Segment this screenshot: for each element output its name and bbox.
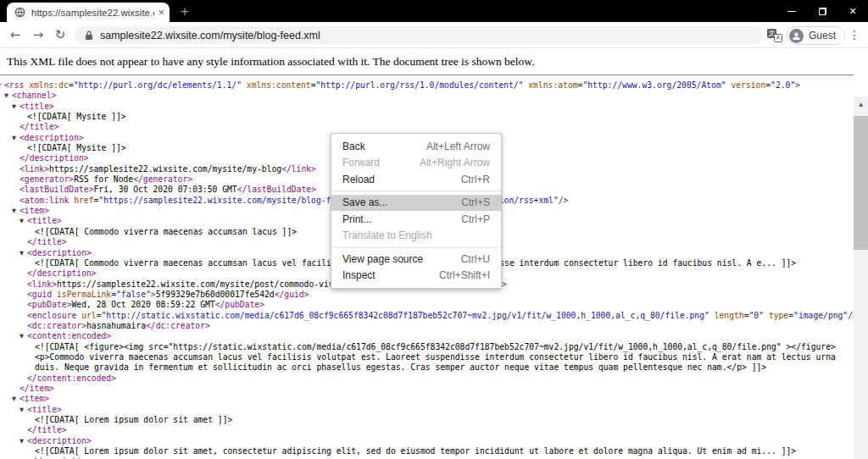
tab-close-icon[interactable]: ×: [158, 7, 164, 18]
back-button[interactable]: ←: [6, 27, 25, 44]
scroll-up-button[interactable]: ▲: [854, 97, 868, 111]
titlebar: https://samplesite22.wixsite.com/ × + ×: [0, 0, 868, 22]
context-menu-item-inspect[interactable]: InspectCtrl+Shift+I: [331, 268, 501, 285]
menu-item-label: Save as...: [342, 196, 461, 208]
address-bar[interactable]: samplesite22.wixsite.com/mysite/blog-fee…: [75, 26, 763, 44]
restore-icon: [819, 8, 826, 15]
context-menu-item-forward: ForwardAlt+Right Arrow: [331, 155, 501, 172]
translate-icon-sub: A: [774, 34, 782, 42]
menu-item-label: View page source: [342, 253, 461, 265]
profile-chip[interactable]: Guest: [787, 26, 845, 45]
context-menu-item-print[interactable]: Print...Ctrl+P: [331, 211, 501, 228]
xml-line: </title>: [0, 122, 854, 132]
xml-line: ▼<rss xmlns:dc="http://purl.org/dc/eleme…: [0, 80, 854, 91]
collapse-arrow-icon[interactable]: ▼: [4, 91, 12, 101]
window-controls: ×: [776, 0, 868, 22]
context-menu-separator: [331, 247, 501, 248]
context-menu-item-back[interactable]: BackAlt+Left Arrow: [331, 138, 501, 155]
translate-icon[interactable]: 文 A: [767, 29, 782, 42]
menu-item-shortcut: Alt+Left Arrow: [426, 141, 490, 152]
xml-line: duis. Neque gravida in fermentum et soll…: [0, 362, 854, 373]
avatar-icon: [789, 29, 804, 43]
notice-divider: [0, 75, 854, 75]
menu-item-label: Translate to English: [342, 230, 490, 241]
scrollbar[interactable]: ▲ ▼: [854, 97, 868, 459]
context-menu-separator: [331, 191, 501, 191]
xml-line: <![CDATA[ Lorem ipsum dolor sit amet, co…: [0, 446, 854, 456]
xml-line: <pubDate>Wed, 28 Oct 2020 08:59:22 GMT</…: [0, 300, 854, 310]
menu-item-shortcut: Alt+Right Arrow: [420, 157, 490, 169]
forward-button[interactable]: →: [29, 27, 47, 44]
collapse-arrow-icon[interactable]: ▼: [19, 405, 27, 415]
close-button[interactable]: ×: [837, 0, 868, 22]
menu-item-shortcut: Ctrl+S: [461, 196, 490, 208]
menu-item-shortcut: Ctrl+U: [461, 253, 490, 265]
globe-favicon: [14, 7, 25, 18]
scrollbar-thumb[interactable]: [854, 116, 868, 250]
context-menu-item-save-as[interactable]: Save as...Ctrl+S: [331, 195, 501, 212]
collapse-arrow-icon[interactable]: ▼: [12, 206, 19, 216]
collapse-arrow-icon[interactable]: ▼: [12, 394, 19, 404]
context-menu: BackAlt+Left ArrowForwardAlt+Right Arrow…: [331, 133, 502, 289]
restore-button[interactable]: [807, 0, 837, 22]
xml-line: <guid isPermaLink="false">5f99329e7b60d0…: [0, 290, 854, 300]
xml-line: ▼<title>: [0, 405, 854, 415]
menu-item-label: Back: [342, 141, 426, 152]
xml-line: ▼<channel>: [0, 91, 854, 101]
collapse-arrow-icon[interactable]: ▼: [12, 133, 19, 143]
browser-window: https://samplesite22.wixsite.com/ × + × …: [0, 0, 868, 459]
reload-button[interactable]: ↻: [51, 27, 70, 44]
xml-line: <p>Commodo viverra maecenas accumsan lac…: [0, 352, 854, 362]
xml-line: ▼<title>: [0, 102, 854, 112]
collapse-arrow-icon[interactable]: ▼: [19, 216, 27, 226]
url-text: samplesite22.wixsite.com/mysite/blog-fee…: [100, 30, 320, 41]
new-tab-button[interactable]: +: [175, 3, 195, 22]
browser-menu-button[interactable]: ⋮: [848, 28, 861, 43]
menu-item-label: Reload: [342, 174, 461, 185]
context-menu-item-translate-to-english: Translate to English: [331, 228, 501, 245]
collapse-arrow-icon[interactable]: ▼: [19, 331, 27, 341]
profile-name: Guest: [809, 30, 836, 41]
xml-line: <dc:creator>hasnahumaira</dc:creator>: [0, 321, 854, 331]
xml-line: </title>: [0, 425, 854, 435]
collapse-arrow-icon[interactable]: ▼: [12, 102, 19, 112]
xml-line: ▼<item>: [0, 394, 854, 404]
minimize-button[interactable]: [776, 0, 807, 22]
collapse-arrow-icon[interactable]: ▼: [19, 248, 27, 258]
xml-notice: This XML file does not appear to have an…: [0, 48, 868, 75]
xml-line: ▼<description>: [0, 436, 854, 446]
tab-title: https://samplesite22.wixsite.com/: [31, 8, 154, 18]
xml-line: <![CDATA[ Mysite ]]>: [0, 112, 854, 122]
minimize-icon: [787, 11, 796, 12]
menu-item-label: Forward: [342, 157, 420, 169]
collapse-arrow-icon[interactable]: ▼: [19, 436, 27, 446]
xml-line: <![CDATA[ <figure><img src="https://stat…: [0, 342, 854, 352]
browser-tab[interactable]: https://samplesite22.wixsite.com/ ×: [7, 3, 170, 22]
xml-line: <enclosure url="http://static.wixstatic.…: [0, 311, 854, 321]
close-icon: ×: [849, 5, 856, 17]
menu-item-shortcut: Ctrl+Shift+I: [439, 269, 490, 281]
menu-item-label: Inspect: [342, 269, 439, 281]
menu-item-label: Print...: [342, 213, 461, 225]
lock-icon[interactable]: [85, 30, 93, 41]
menu-item-shortcut: Ctrl+R: [461, 174, 490, 185]
xml-line: <![CDATA[ Lorem ipsum dolor sit amet ]]>: [0, 415, 854, 425]
xml-line: ▼<content:encoded>: [0, 331, 854, 341]
xml-line: </item>: [0, 384, 854, 394]
context-menu-item-reload[interactable]: ReloadCtrl+R: [331, 171, 501, 188]
xml-line: </content:encoded>: [0, 373, 854, 384]
menu-item-shortcut: Ctrl+P: [461, 213, 490, 225]
context-menu-item-view-page-source[interactable]: View page sourceCtrl+U: [331, 251, 501, 268]
